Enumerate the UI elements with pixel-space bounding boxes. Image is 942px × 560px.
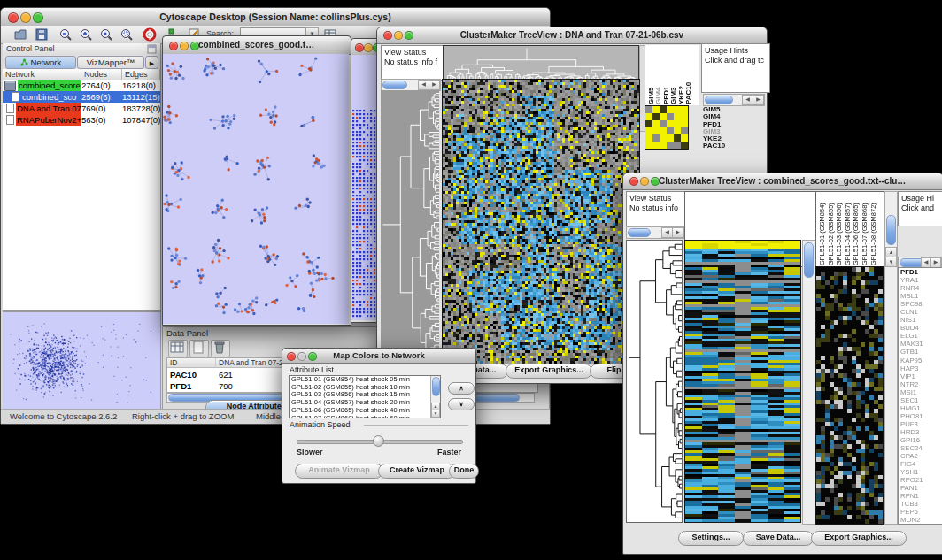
scroll-right-icon[interactable] (672, 227, 683, 238)
gene-label-8[interactable]: ELG1 (900, 332, 942, 340)
scroll-thumb[interactable] (628, 228, 651, 237)
scroll-right-icon[interactable] (429, 80, 440, 90)
gene-label-17[interactable]: HMG1 (900, 404, 942, 412)
scroll-down-icon[interactable] (431, 410, 440, 418)
scroll-thumb[interactable] (705, 96, 733, 104)
gene-label-19[interactable]: PUF3 (900, 420, 942, 428)
help-icon[interactable] (143, 27, 157, 42)
tab-overflow-arrow-icon[interactable]: ▶ (145, 56, 158, 69)
main-titlebar[interactable]: Cytoscape Desktop (Session Name: collins… (1, 8, 550, 27)
zoom-fit-icon[interactable] (99, 27, 113, 42)
attribute-select-icon[interactable] (168, 340, 188, 357)
tv1-row-label-5[interactable]: PAC10 (703, 142, 761, 150)
delete-attribute-icon[interactable] (211, 340, 230, 357)
gene-label-2[interactable]: RNR4 (900, 284, 942, 292)
zoom-selected-icon[interactable] (120, 27, 134, 42)
gene-label-23[interactable]: CPA2 (900, 452, 942, 460)
scroll-thumb[interactable] (432, 377, 440, 396)
main-heatmap[interactable] (684, 240, 801, 523)
close-button[interactable] (287, 352, 296, 361)
save-icon[interactable] (35, 27, 49, 42)
tab-vizmapper[interactable]: VizMapper™ (77, 56, 144, 69)
tv2-col-label-6[interactable]: GPL51-08 (GSM872) (869, 203, 877, 265)
attribute-item-5[interactable]: GPL51-07 (GSM868) heat shock 60 min (290, 415, 430, 418)
gene-label-6[interactable]: NIS1 (900, 316, 942, 324)
gene-label-1[interactable]: YRA1 (900, 276, 942, 284)
dp-col-id[interactable]: ID (167, 358, 216, 368)
move-down-button[interactable]: ∨ (448, 398, 475, 410)
tv2-main-vscrollbar[interactable] (802, 240, 815, 525)
gene-label-25[interactable]: YSH1 (900, 468, 942, 476)
new-attribute-icon[interactable] (189, 340, 209, 357)
gene-label-28[interactable]: RPN1 (900, 492, 942, 500)
attribute-listbox[interactable]: GPL51-01 (GSM854) heat shock 05 minGPL51… (289, 375, 441, 418)
zoom-out-icon[interactable] (58, 27, 73, 42)
gene-label-29[interactable]: TCB3 (900, 500, 942, 508)
gene-label-22[interactable]: SEC24 (900, 444, 942, 452)
zoom-button[interactable] (308, 352, 317, 361)
gene-label-10[interactable]: GTB1 (900, 348, 942, 356)
tv2-col-label-1[interactable]: GPL51-02 (GSM855) (827, 203, 835, 265)
tv2-col-label-5[interactable]: GPL51-07 (GSM868) (861, 203, 869, 265)
export-graphics-button[interactable]: Export Graphics... (506, 364, 592, 379)
open-icon[interactable] (13, 27, 27, 42)
gene-label-31[interactable]: MON2 (900, 516, 942, 524)
gene-label-12[interactable]: HAP3 (900, 364, 942, 372)
gene-label-13[interactable]: VIP1 (900, 372, 942, 380)
tv2-col-label-2[interactable]: GPL51-03 (GSM856) (835, 203, 843, 265)
gene-label-15[interactable]: MSI1 (900, 388, 942, 396)
tv2-col-label-3[interactable]: GPL51-04 (GSM857) (844, 203, 852, 265)
network-row-1[interactable]: combined_sco2569(6)13112(15) (3, 91, 160, 103)
scroll-thumb[interactable] (886, 215, 896, 245)
close-button[interactable] (8, 12, 19, 23)
settings-button[interactable]: Settings... (678, 531, 744, 546)
close-button[interactable] (629, 177, 638, 186)
gene-label-9[interactable]: MAK31 (900, 340, 942, 348)
done-button[interactable]: Done (449, 464, 479, 479)
gene-label-3[interactable]: MSL1 (900, 292, 942, 300)
scroll-thumb[interactable] (382, 81, 407, 89)
tv1-col-label-5[interactable]: PAC10 (684, 82, 692, 104)
network-row-3[interactable]: RNAPuberNov2+I563(0)107847(0) (3, 114, 160, 126)
gene-label-24[interactable]: FIG4 (900, 460, 942, 468)
dialog-titlebar[interactable]: Map Colors to Network (282, 349, 475, 364)
tv2-left-hscrollbar[interactable] (626, 226, 684, 239)
gene-label-4[interactable]: SPC98 (900, 300, 942, 308)
gene-label-0[interactable]: PFD1 (900, 268, 942, 276)
network-list-area[interactable] (3, 126, 160, 311)
network-row-2[interactable]: DNA and Tran 07769(0)183728(0) (3, 103, 160, 114)
close-button[interactable] (383, 31, 392, 40)
animate-vizmap-button[interactable]: Animate Vizmap (295, 464, 383, 479)
correlation-matrix-heatmap[interactable] (645, 105, 689, 150)
gene-label-20[interactable]: HRD3 (900, 428, 942, 436)
zoom-in-icon[interactable] (79, 27, 93, 42)
gene-label-11[interactable]: KAP95 (900, 357, 942, 364)
close-button[interactable] (355, 43, 364, 52)
birdseye-view[interactable] (3, 312, 158, 408)
gene-label-5[interactable]: CLN1 (900, 308, 942, 316)
network-row-0[interactable]: combined_scores2764(0)16218(0) (3, 80, 160, 91)
row-dendrogram[interactable] (626, 240, 683, 523)
slider-thumb[interactable] (373, 435, 384, 447)
tab-network[interactable]: Network (5, 56, 76, 69)
minimize-button[interactable] (180, 42, 189, 50)
row-dendrogram[interactable] (381, 90, 439, 361)
export-graphics-button[interactable]: Export Graphics... (811, 531, 907, 546)
save-data-button[interactable]: Save Data... (743, 531, 814, 546)
close-button[interactable] (169, 42, 178, 50)
move-up-button[interactable]: ∧ (448, 382, 475, 395)
treeview1-titlebar[interactable]: ClusterMaker TreeView : DNA and Tran 07-… (377, 27, 767, 44)
minimize-button[interactable] (364, 43, 373, 52)
network-view-titlebar[interactable]: combined_scores_good.txt--cluste... (163, 36, 351, 55)
gene-label-26[interactable]: RPO21 (900, 476, 942, 484)
tv2-col-label-4[interactable]: GPL51-06 (GSM865) (852, 203, 860, 265)
gene-label-21[interactable]: GPI16 (900, 436, 942, 444)
gene-label-16[interactable]: SEC1 (900, 396, 942, 404)
secondary-heatmap[interactable] (815, 266, 884, 525)
gene-label-14[interactable]: NTR2 (900, 380, 942, 388)
tv1-left-hscrollbar[interactable] (381, 79, 441, 91)
scroll-right-icon[interactable] (753, 95, 764, 105)
gene-label-27[interactable]: PAN1 (900, 484, 942, 492)
create-vizmap-button[interactable]: Create Vizmap (378, 464, 456, 479)
tv2-top-vscrollbar[interactable] (884, 191, 898, 268)
